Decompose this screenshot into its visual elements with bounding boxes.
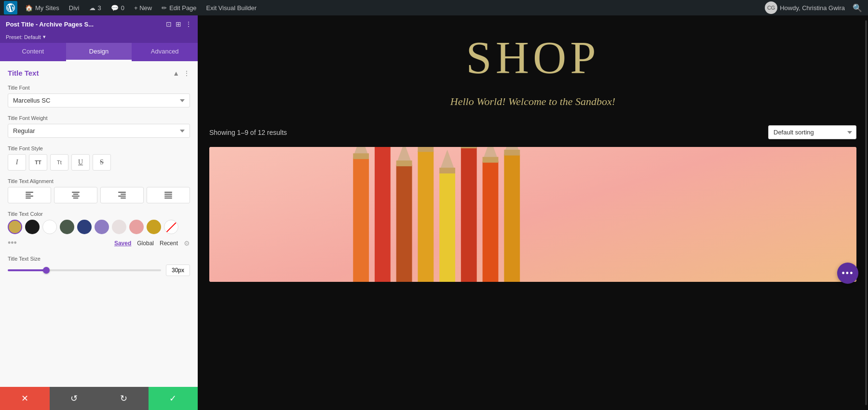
svg-rect-12 <box>164 192 172 193</box>
color-swatch-navy[interactable] <box>77 220 92 234</box>
align-justify-button[interactable] <box>147 187 190 203</box>
svg-rect-8 <box>118 192 126 193</box>
align-right-button[interactable] <box>100 187 144 203</box>
color-tab-saved[interactable]: Saved <box>114 240 131 247</box>
svg-rect-37 <box>483 157 499 163</box>
color-swatch-white[interactable] <box>42 220 57 234</box>
cloud-menu[interactable]: ☁ 3 <box>85 0 105 15</box>
title-text-size-thumb[interactable] <box>43 267 50 274</box>
color-more-icon[interactable]: ••• <box>8 238 17 248</box>
admin-bar: 🏠 My Sites Divi ☁ 3 💬 0 + New ✏ Edit Pag… <box>0 0 868 15</box>
svg-rect-17 <box>353 157 369 282</box>
svg-rect-40 <box>504 150 520 156</box>
cancel-icon: ✕ <box>21 393 28 404</box>
divi-menu[interactable]: Divi <box>65 0 83 15</box>
save-button[interactable]: ✓ <box>149 387 198 410</box>
color-swatch-pink[interactable] <box>129 220 144 234</box>
title-font-label: Title Font <box>8 85 190 91</box>
sort-select[interactable]: Default sorting Sort by popularity Sort … <box>768 125 856 139</box>
align-left-button[interactable] <box>8 187 51 203</box>
comments-icon: 💬 <box>111 4 119 12</box>
title-text-size-track[interactable] <box>8 269 161 271</box>
strikethrough-button[interactable]: S <box>93 154 111 171</box>
svg-rect-35 <box>483 160 499 282</box>
align-center-button[interactable] <box>54 187 97 203</box>
color-settings-icon[interactable]: ⚙ <box>184 239 190 247</box>
color-swatches <box>8 220 190 234</box>
panel-tabs: Content Design Advanced <box>0 43 198 61</box>
title-font-group: Title Font Marcellus SC <box>8 85 190 107</box>
title-text-alignment-label: Title Text Alignment <box>8 178 190 184</box>
preset-bar[interactable]: Preset: Default ▾ <box>0 33 198 43</box>
title-text-alignment-group: Title Text Alignment <box>8 178 190 203</box>
svg-rect-6 <box>72 196 80 197</box>
tab-design[interactable]: Design <box>66 43 132 61</box>
italic-button[interactable]: I <box>8 154 26 171</box>
edit-page-button[interactable]: ✏ Edit Page <box>158 0 200 15</box>
title-text-size-value[interactable]: 30px <box>166 265 190 276</box>
title-font-select[interactable]: Marcellus SC <box>8 93 190 107</box>
comments-menu[interactable]: 💬 0 <box>107 0 128 15</box>
wordpress-logo[interactable] <box>4 1 17 14</box>
color-swatch-light-pink[interactable] <box>112 220 126 234</box>
search-button[interactable]: 🔍 <box>851 1 864 14</box>
title-font-style-group: Title Font Style I TT Tt U S <box>8 145 190 171</box>
color-swatch-green[interactable] <box>60 220 74 234</box>
uppercase-button[interactable]: TT <box>29 154 47 171</box>
svg-rect-11 <box>121 198 126 198</box>
color-swatch-none[interactable] <box>164 220 178 234</box>
undo-icon: ↺ <box>70 393 78 404</box>
cancel-button[interactable]: ✕ <box>0 387 50 410</box>
svg-rect-3 <box>26 198 31 198</box>
svg-rect-32 <box>461 147 477 282</box>
color-swatch-purple[interactable] <box>95 220 109 234</box>
my-sites-menu[interactable]: 🏠 My Sites <box>21 0 63 15</box>
svg-rect-31 <box>439 168 455 173</box>
title-font-style-label: Title Font Style <box>8 145 190 151</box>
undo-button[interactable]: ↺ <box>50 387 99 410</box>
redo-button[interactable]: ↻ <box>99 387 149 410</box>
settings-panel: Post Title - Archive Pages S... ⊡ ⊞ ⋮ Pr… <box>0 15 198 410</box>
section-more-icon[interactable]: ⋮ <box>183 69 190 77</box>
title-font-weight-select[interactable]: Regular <box>8 124 190 138</box>
my-sites-label: My Sites <box>35 4 59 12</box>
color-swatch-black[interactable] <box>25 220 40 234</box>
title-font-weight-group: Title Font Weight Regular <box>8 115 190 138</box>
tab-advanced[interactable]: Advanced <box>132 43 198 61</box>
color-tab-global[interactable]: Global <box>137 240 154 247</box>
svg-rect-26 <box>418 150 434 282</box>
svg-rect-19 <box>353 153 369 159</box>
svg-rect-4 <box>72 192 80 193</box>
svg-rect-28 <box>418 147 434 152</box>
color-swatch-amber[interactable] <box>147 220 161 234</box>
more-options-icon[interactable]: ⋮ <box>185 20 192 28</box>
new-menu[interactable]: + New <box>130 0 156 15</box>
title-font-weight-label: Title Font Weight <box>8 115 190 121</box>
layout-icon[interactable]: ⊞ <box>176 20 181 28</box>
svg-rect-25 <box>396 160 412 166</box>
new-label: + New <box>134 4 152 12</box>
floating-action-button[interactable]: ••• <box>837 263 858 284</box>
collapse-icon[interactable]: ▲ <box>173 69 179 77</box>
tab-advanced-label: Advanced <box>151 48 179 55</box>
shop-meta: Showing 1–9 of 12 results Default sortin… <box>198 118 868 147</box>
product-grid-area: ••• <box>198 147 868 293</box>
color-swatch-gold[interactable] <box>8 220 22 234</box>
comments-count: 0 <box>121 4 124 12</box>
underline-button[interactable]: U <box>71 154 90 171</box>
tab-content[interactable]: Content <box>0 43 66 61</box>
svg-rect-5 <box>73 194 79 195</box>
edit-page-label: Edit Page <box>169 4 196 12</box>
svg-rect-1 <box>26 194 31 195</box>
svg-rect-10 <box>118 196 126 197</box>
main-wrapper: Post Title - Archive Pages S... ⊡ ⊞ ⋮ Pr… <box>0 15 868 410</box>
alignment-buttons <box>8 187 190 203</box>
user-menu[interactable]: CG Howdy, Christina Gwira <box>761 0 849 15</box>
admin-bar-right: CG Howdy, Christina Gwira 🔍 <box>761 0 864 15</box>
color-tab-recent[interactable]: Recent <box>160 240 178 247</box>
capitalize-button[interactable]: Tt <box>50 154 68 171</box>
fullscreen-icon[interactable]: ⊡ <box>166 20 172 28</box>
exit-builder-button[interactable]: Exit Visual Builder <box>203 0 261 15</box>
svg-rect-29 <box>439 172 455 282</box>
svg-rect-0 <box>26 192 33 193</box>
